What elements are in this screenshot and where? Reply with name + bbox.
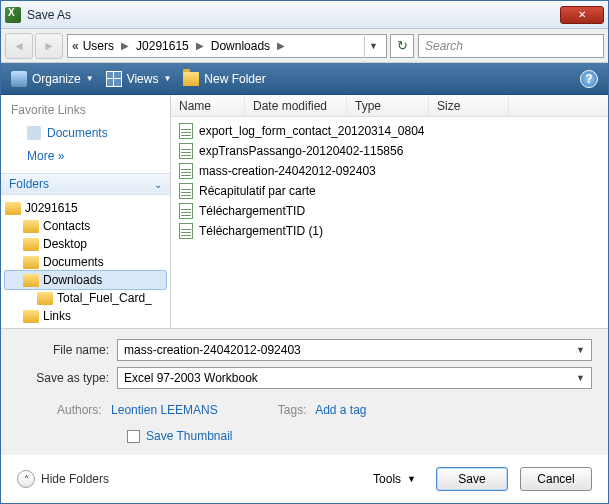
chevron-right-icon: ▶ xyxy=(272,40,290,51)
file-name: Récapitulatif par carte xyxy=(199,184,316,198)
collapse-icon: ˄ xyxy=(17,470,35,488)
excel-file-icon xyxy=(179,203,193,219)
save-type-label: Save as type: xyxy=(17,371,117,385)
file-name: mass-creation-24042012-092403 xyxy=(199,164,376,178)
file-name: TéléchargementTID (1) xyxy=(199,224,323,238)
sidebar-more-link[interactable]: More » xyxy=(1,145,170,167)
search-input[interactable]: Search xyxy=(418,34,604,58)
tree-label: J0291615 xyxy=(25,201,78,215)
chevron-down-icon: ▼ xyxy=(86,74,94,83)
tools-menu[interactable]: Tools ▼ xyxy=(373,472,416,486)
tags-value[interactable]: Add a tag xyxy=(315,403,366,417)
tools-label: Tools xyxy=(373,472,401,486)
tree-folder[interactable]: Documents xyxy=(5,253,166,271)
excel-file-icon xyxy=(179,163,193,179)
close-button[interactable] xyxy=(560,6,604,24)
file-item[interactable]: mass-creation-24042012-092403 xyxy=(175,161,604,181)
tags-label: Tags: xyxy=(278,403,313,417)
chevron-down-icon: ▼ xyxy=(576,373,585,383)
tree-folder[interactable]: Links xyxy=(5,307,166,325)
organize-label: Organize xyxy=(32,72,81,86)
path-root-icon: « xyxy=(72,39,81,53)
tree-label: Links xyxy=(43,309,71,323)
folder-icon xyxy=(23,274,39,287)
sidebar-item-label: Documents xyxy=(47,126,108,140)
file-item[interactable]: expTransPassango-20120402-115856 xyxy=(175,141,604,161)
folder-icon xyxy=(23,238,39,251)
save-type-value: Excel 97-2003 Workbook xyxy=(124,371,258,385)
column-header-name[interactable]: Name xyxy=(171,95,245,116)
excel-file-icon xyxy=(179,223,193,239)
save-button[interactable]: Save xyxy=(436,467,508,491)
path-segment[interactable]: J0291615 xyxy=(134,39,191,53)
tree-label: Total_Fuel_Card_ xyxy=(57,291,152,305)
path-dropdown-button[interactable]: ▼ xyxy=(364,34,382,58)
window-title: Save As xyxy=(27,8,560,22)
folder-icon xyxy=(23,256,39,269)
nav-forward-button[interactable]: ► xyxy=(35,33,63,59)
organize-icon xyxy=(11,71,27,87)
tree-folder[interactable]: Desktop xyxy=(5,235,166,253)
file-item[interactable]: TéléchargementTID (1) xyxy=(175,221,604,241)
chevron-down-icon: ▼ xyxy=(407,474,416,484)
folder-icon xyxy=(37,292,53,305)
folder-icon xyxy=(183,72,199,86)
authors-label: Authors: xyxy=(57,403,108,417)
chevron-down-icon: ⌄ xyxy=(154,179,162,190)
hide-folders-label: Hide Folders xyxy=(41,472,109,486)
path-segment[interactable]: Downloads xyxy=(209,39,272,53)
chevron-down-icon: ▼ xyxy=(163,74,171,83)
save-thumbnail-label: Save Thumbnail xyxy=(146,429,233,443)
excel-file-icon xyxy=(179,123,193,139)
folder-icon xyxy=(5,202,21,215)
folder-icon xyxy=(23,310,39,323)
folders-panel-header[interactable]: Folders ⌄ xyxy=(1,173,170,195)
file-item[interactable]: export_log_form_contact_20120314_0804 xyxy=(175,121,604,141)
chevron-right-icon: ▶ xyxy=(191,40,209,51)
breadcrumb[interactable]: « Users ▶ J0291615 ▶ Downloads ▶ ▼ xyxy=(67,34,387,58)
organize-menu[interactable]: Organize ▼ xyxy=(11,71,94,87)
search-placeholder: Search xyxy=(425,39,463,53)
tree-folder[interactable]: Total_Fuel_Card_ xyxy=(5,289,166,307)
tree-label: Contacts xyxy=(43,219,90,233)
file-name-input[interactable]: mass-creation-24042012-092403 ▼ xyxy=(117,339,592,361)
hide-folders-button[interactable]: ˄ Hide Folders xyxy=(17,470,109,488)
save-thumbnail-checkbox[interactable] xyxy=(127,430,140,443)
help-button[interactable]: ? xyxy=(580,70,598,88)
new-folder-button[interactable]: New Folder xyxy=(183,72,265,86)
file-name: expTransPassango-20120402-115856 xyxy=(199,144,403,158)
refresh-button[interactable]: ↻ xyxy=(390,34,414,58)
chevron-right-icon: ▶ xyxy=(116,40,134,51)
path-segment[interactable]: Users xyxy=(81,39,116,53)
file-list: export_log_form_contact_20120314_0804 ex… xyxy=(171,117,608,328)
file-name: TéléchargementTID xyxy=(199,204,305,218)
file-name: export_log_form_contact_20120314_0804 xyxy=(199,124,425,138)
tree-label: Documents xyxy=(43,255,104,269)
file-item[interactable]: Récapitulatif par carte xyxy=(175,181,604,201)
documents-icon xyxy=(27,126,41,140)
chevron-down-icon: ▼ xyxy=(576,345,585,355)
cancel-button[interactable]: Cancel xyxy=(520,467,592,491)
views-menu[interactable]: Views ▼ xyxy=(106,71,172,87)
file-name-label: File name: xyxy=(17,343,117,357)
views-icon xyxy=(106,71,122,87)
new-folder-label: New Folder xyxy=(204,72,265,86)
favorite-links-heading: Favorite Links xyxy=(1,99,170,121)
tree-folder[interactable]: Contacts xyxy=(5,217,166,235)
sidebar-link-documents[interactable]: Documents xyxy=(1,121,170,145)
excel-app-icon xyxy=(5,7,21,23)
nav-back-button[interactable]: ◄ xyxy=(5,33,33,59)
tree-folder-selected[interactable]: Downloads xyxy=(4,270,167,290)
file-name-value: mass-creation-24042012-092403 xyxy=(124,343,301,357)
views-label: Views xyxy=(127,72,159,86)
folder-icon xyxy=(23,220,39,233)
column-header-date[interactable]: Date modified xyxy=(245,95,347,116)
excel-file-icon xyxy=(179,183,193,199)
save-type-select[interactable]: Excel 97-2003 Workbook ▼ xyxy=(117,367,592,389)
column-header-type[interactable]: Type xyxy=(347,95,429,116)
authors-value[interactable]: Leontien LEEMANS xyxy=(111,403,218,417)
tree-folder-root[interactable]: J0291615 xyxy=(5,199,166,217)
file-item[interactable]: TéléchargementTID xyxy=(175,201,604,221)
column-header-size[interactable]: Size xyxy=(429,95,509,116)
tree-label: Desktop xyxy=(43,237,87,251)
